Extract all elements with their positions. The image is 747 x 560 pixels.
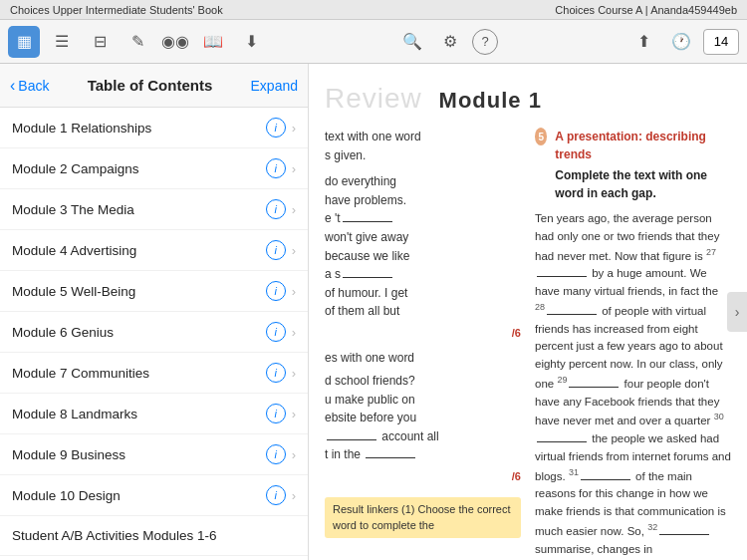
left-score-1: /6 (325, 325, 521, 342)
chevron-left-icon: ‹ (10, 77, 15, 95)
bottom-task-text: Result linkers (1) Choose the correct wo… (333, 503, 511, 532)
toc-item-info-icon[interactable]: i (266, 485, 286, 505)
help-icon[interactable]: ? (472, 29, 498, 55)
toc-list-item[interactable]: Module 10 Designi› (0, 475, 308, 516)
toc-list-item[interactable]: Module 5 Well-Beingi› (0, 271, 308, 312)
toc-item-label: Module 9 Business (12, 447, 266, 462)
settings-icon[interactable]: ⚙ (434, 26, 466, 58)
chevron-right-icon: › (292, 407, 296, 421)
toc-list-item[interactable]: Student A/B Activities Modules 1-6 (0, 516, 308, 556)
left-body-lines-2: d school friends? u make public on ebsit… (325, 372, 521, 464)
chevron-right-icon: › (292, 121, 296, 136)
chevron-right-icon: › (292, 243, 296, 258)
toc-item-label: Module 4 Advertising (12, 243, 266, 258)
section-5-task: Complete the text with one word in each … (555, 166, 731, 202)
toolbar: ▦ ☰ ⊟ ✎ ◉◉ 📖 ⬇ 🔍 ⚙ ? ⬆ 🕐 14 (0, 20, 747, 64)
toc-item-label: Student A/B Activities Modules 1-6 (12, 528, 296, 543)
sup-27: 27 (706, 247, 716, 257)
sup-32: 32 (647, 522, 657, 532)
toc-item-info-icon[interactable]: i (266, 199, 286, 219)
toc-panel: ‹ Back Table of Contents Expand Module 1… (0, 64, 309, 560)
chevron-right-icon: › (292, 161, 296, 176)
toc-item-info-icon[interactable]: i (266, 158, 286, 178)
left-task-label: text with one word (325, 130, 421, 143)
toc-list-item[interactable]: Module 4 Advertisingi› (0, 230, 308, 271)
toc-item-info-icon[interactable]: i (266, 322, 286, 342)
toc-title: Table of Contents (49, 77, 250, 94)
bookmark-icon[interactable]: ⊟ (84, 26, 116, 58)
toc-item-info-icon[interactable]: i (266, 118, 286, 138)
toc-item-info-icon[interactable]: i (266, 444, 286, 464)
left-task-label3: es with one word (325, 351, 414, 365)
toc-item-label: Module 5 Well-Being (12, 284, 266, 299)
back-label: Back (18, 78, 49, 94)
toc-list-item[interactable]: Module 7 Communitiesi› (0, 353, 308, 394)
toc-item-label: Module 3 The Media (12, 202, 266, 217)
sup-29: 29 (557, 375, 567, 385)
right-column: 5 A presentation: describing trends Comp… (535, 128, 731, 560)
title-light: Review (325, 83, 422, 114)
toc-list-item[interactable]: Module 8 Landmarksi› (0, 394, 308, 434)
app-title: Choices Upper Intermediate Students' Boo… (10, 4, 223, 16)
left-column: text with one word s given. do everythin… (325, 128, 521, 560)
toc-item-label: Module 2 Campaigns (12, 161, 266, 176)
history-icon[interactable]: 🕐 (665, 26, 697, 58)
chevron-right-icon: › (292, 447, 296, 462)
search-icon[interactable]: 🔍 (396, 26, 428, 58)
section-5-num: 5 (535, 128, 547, 145)
book-icon[interactable]: 📖 (197, 26, 229, 58)
toc-list-item[interactable]: Module 9 Businessi› (0, 434, 308, 475)
chevron-right-icon: › (292, 488, 296, 503)
chevron-right-icon: › (292, 325, 296, 340)
chevron-right-icon: › (292, 366, 296, 381)
toc-item-label: Module 6 Genius (12, 325, 266, 340)
page-title: Review Module 1 (325, 78, 731, 120)
left-task-text: text with one word s given. (325, 128, 521, 164)
section-5-title: A presentation: describing trends (555, 128, 731, 163)
annotation-icon[interactable]: ✎ (122, 26, 153, 58)
toc-list-item[interactable]: Module 3 The Mediai› (0, 189, 308, 230)
system-bar: Choices Upper Intermediate Students' Boo… (0, 0, 747, 20)
toc-item-info-icon[interactable]: i (266, 363, 286, 383)
toc-item-info-icon[interactable]: i (266, 240, 286, 260)
back-button[interactable]: ‹ Back (10, 77, 49, 95)
toc-list-item[interactable]: Module 1 Relationshipsi› (0, 108, 308, 148)
user-title: Choices Course A | Ananda459449eb (555, 4, 737, 16)
toc-item-info-icon[interactable]: i (266, 404, 286, 423)
toc-list-item[interactable]: Culture Choice 1 (0, 556, 308, 560)
chevron-right-icon: › (292, 284, 296, 299)
toolbar-right: ⬆ 🕐 14 (627, 26, 739, 58)
sup-30: 30 (714, 412, 724, 421)
toc-items-list: Module 1 Relationshipsi›Module 2 Campaig… (0, 108, 308, 560)
content-area: Review Module 1 text with one word s giv… (309, 64, 747, 560)
left-body-lines: do everything have problems. e 't won't … (325, 172, 521, 321)
toc-list-item[interactable]: Module 2 Campaignsi› (0, 148, 308, 189)
left-task-label2: s given. (325, 148, 366, 162)
toc-item-label: Module 10 Design (12, 488, 266, 503)
toc-item-label: Module 7 Communities (12, 366, 266, 381)
toc-header: ‹ Back Table of Contents Expand (0, 64, 308, 108)
page-content: Review Module 1 text with one word s giv… (309, 64, 747, 560)
glasses-icon[interactable]: ◉◉ (159, 26, 191, 58)
toc-list-item[interactable]: Module 6 Geniusi› (0, 312, 308, 353)
share-icon[interactable]: ⬆ (627, 26, 659, 58)
sup-28: 28 (535, 302, 545, 312)
bottom-task-bar: Result linkers (1) Choose the correct wo… (325, 497, 521, 538)
expand-button[interactable]: Expand (251, 78, 298, 94)
sup-31: 31 (569, 467, 579, 477)
toc-item-label: Module 8 Landmarks (12, 407, 266, 421)
left-task-2: es with one word (325, 349, 521, 368)
left-score-2: /6 (325, 468, 521, 485)
main-area: ‹ Back Table of Contents Expand Module 1… (0, 64, 747, 560)
chevron-right-icon: › (292, 202, 296, 217)
title-bold: Module 1 (439, 88, 542, 113)
section-5-body: Ten years ago, the average person had on… (535, 210, 731, 560)
page-number-input[interactable]: 14 (703, 29, 739, 55)
toc-item-info-icon[interactable]: i (266, 281, 286, 301)
toc-item-label: Module 1 Relationships (12, 121, 266, 136)
next-page-arrow[interactable]: › (727, 292, 747, 332)
library-icon[interactable]: ▦ (8, 26, 40, 58)
content-columns: text with one word s given. do everythin… (325, 128, 731, 560)
list-icon[interactable]: ☰ (46, 26, 78, 58)
download-icon[interactable]: ⬇ (235, 26, 267, 58)
